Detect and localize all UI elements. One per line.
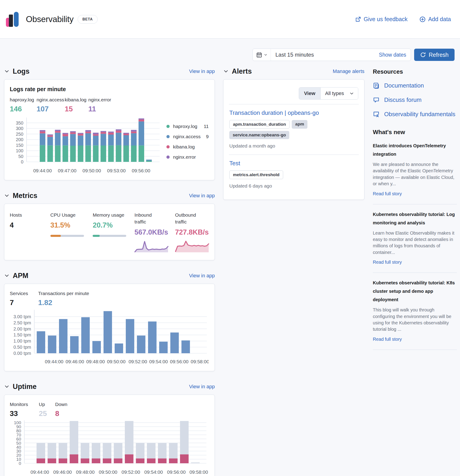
svg-text:70: 70 [16, 433, 21, 437]
date-quick-select-button[interactable] [253, 49, 271, 61]
svg-text:09:48:00: 09:48:00 [76, 469, 95, 475]
stat-outbound-traffic: Outbound traffic 727.8KB/s [175, 212, 209, 253]
news-item: Elastic introduces OpenTelemetry integra… [373, 142, 457, 204]
alert-list-item: Transaction duration | opbeans-go apm.tr… [229, 104, 359, 154]
uptime-panel: Monitors 33 Up 25 Down 8 010203040506070… [4, 395, 215, 476]
alerts-collapse-chevron-icon[interactable] [223, 69, 229, 74]
chevron-down-icon [264, 53, 267, 57]
svg-text:09:50:00: 09:50:00 [99, 469, 117, 475]
legend-item-haproxy[interactable]: haproxy.log 11 [166, 124, 209, 129]
svg-text:2.50 tpm: 2.50 tpm [13, 320, 31, 325]
legend-item-nginx-error[interactable]: nginx.error [166, 154, 209, 160]
page-title: Observability [26, 15, 74, 24]
alert-tag-badge: apm [292, 120, 307, 129]
plus-circle-icon [419, 16, 426, 23]
refresh-label: Refresh [429, 51, 449, 58]
uptime-section: Uptime View in app Monitors 33 Up 25 [4, 382, 215, 476]
stat-services: Services 7 [10, 291, 38, 307]
legend-item-nginx-access[interactable]: nginx.access 9 [166, 134, 209, 139]
svg-text:20: 20 [16, 453, 21, 458]
alert-type-badge: metrics.alert.threshold [229, 170, 283, 179]
svg-text:250: 250 [16, 132, 23, 137]
alerts-panel: View All types Transaction duration | op… [223, 79, 364, 200]
memory-progress-bar [93, 235, 126, 237]
news-title: Kubernetes observability tutorial: K8s c… [373, 279, 457, 304]
apm-collapse-chevron-icon[interactable] [4, 273, 9, 279]
logs-collapse-chevron-icon[interactable] [4, 69, 9, 74]
news-title: Elastic introduces OpenTelemetry integra… [373, 142, 457, 158]
apm-transactions-chart: 0.00 tpm0.50 tpm1.00 tpm1.50 tpm2.00 tpm… [10, 309, 209, 366]
date-range-value[interactable]: Last 15 minutes [271, 51, 379, 58]
uptime-view-in-app-link[interactable]: View in app [189, 384, 215, 390]
apm-section-title: APM [13, 272, 28, 280]
news-item: Kubernetes observability tutorial: Log m… [373, 210, 457, 273]
logs-section-title: Logs [13, 67, 30, 76]
alert-list-item: Test metrics.alert.threshold Updated 6 d… [229, 155, 359, 195]
stat-up: Up 25 [39, 402, 55, 418]
news-title: Kubernetes observability tutorial: Log m… [373, 210, 457, 227]
stat-kibana-log: kibana.log 15 [65, 97, 88, 113]
read-full-story-link[interactable]: Read full story [373, 260, 402, 265]
discuss-icon [373, 97, 380, 103]
uptime-collapse-chevron-icon[interactable] [4, 384, 9, 389]
beta-badge: BETA [78, 15, 98, 24]
svg-text:100: 100 [16, 148, 23, 153]
metrics-view-in-app-link[interactable]: View in app [189, 193, 215, 199]
svg-text:09:52:00: 09:52:00 [122, 469, 140, 475]
metrics-section-title: Metrics [13, 192, 37, 200]
svg-text:09:46:00: 09:46:00 [53, 469, 72, 475]
svg-text:09:48:00: 09:48:00 [86, 359, 105, 364]
training-icon-link[interactable]: Observability fundamentals [373, 111, 457, 118]
logs-view-in-app-link[interactable]: View in app [189, 68, 215, 74]
documentation-link[interactable]: Documentation [373, 82, 457, 89]
svg-text:09:56:00: 09:56:00 [170, 359, 189, 364]
stat-cpu-usage: CPU Usage 31.5% [50, 212, 93, 253]
svg-text:40: 40 [16, 445, 21, 449]
uptime-pings-chart: 010203040506070809010009:44:0009:46:0009… [10, 420, 209, 476]
alerts-section-title: Alerts [232, 67, 252, 76]
svg-text:50: 50 [18, 154, 23, 159]
alert-title-link[interactable]: Test [229, 160, 240, 167]
chevron-down-icon [349, 91, 354, 96]
cpu-progress-bar [50, 235, 84, 237]
legend-dot-icon [166, 125, 170, 128]
svg-text:10: 10 [16, 457, 21, 462]
svg-text:09:50:00: 09:50:00 [107, 359, 126, 364]
logs-rate-chart: 05010015020025030035009:44:0009:47:0009:… [10, 116, 161, 175]
manage-alerts-link[interactable]: Manage alerts [333, 68, 364, 74]
alert-type-badge: apm.transaction_duration [229, 120, 289, 129]
external-link-icon [355, 16, 361, 22]
news-excerpt: This blog will walk you through configur… [373, 307, 457, 332]
view-filter-select[interactable]: All types [320, 87, 358, 99]
alerts-section: Alerts Manage alerts View All types [223, 66, 364, 200]
logs-chart-legend: haproxy.log 11 nginx.access 9 kibana.log [166, 124, 209, 160]
metrics-collapse-chevron-icon[interactable] [4, 193, 9, 198]
svg-text:09:46:00: 09:46:00 [66, 359, 84, 364]
legend-item-kibana-log[interactable]: kibana.log [166, 144, 209, 150]
logs-panel: Logs rate per minute haproxy.log 146 ngi… [4, 79, 215, 180]
metrics-panel: Hosts 4 CPU Usage 31.5% Memory usage 20.… [4, 204, 215, 260]
svg-text:50: 50 [16, 441, 21, 445]
apm-view-in-app-link[interactable]: View in app [189, 273, 215, 279]
read-full-story-link[interactable]: Read full story [373, 191, 402, 196]
svg-text:09:53:00: 09:53:00 [107, 168, 126, 173]
apm-section: APM View in app Services 7 Transactions … [4, 271, 215, 371]
discuss-forum-link[interactable]: Discuss forum [373, 96, 457, 103]
refresh-button[interactable]: Refresh [414, 49, 455, 61]
svg-text:0.50 tpm: 0.50 tpm [13, 345, 31, 350]
show-dates-link[interactable]: Show dates [379, 52, 411, 58]
svg-text:1.50 tpm: 1.50 tpm [13, 332, 31, 337]
alert-title-link[interactable]: Transaction duration | opbeans-go [229, 109, 319, 116]
alert-updated-text: Updated 6 days ago [229, 183, 358, 189]
svg-text:09:50:00: 09:50:00 [82, 168, 101, 173]
svg-text:300: 300 [16, 126, 23, 131]
svg-text:09:44:00: 09:44:00 [33, 168, 52, 173]
read-full-story-link[interactable]: Read full story [373, 337, 402, 342]
legend-dot-icon [166, 145, 170, 148]
refresh-icon [420, 52, 426, 58]
stat-inbound-traffic: Inbound traffic 567.0KB/s [134, 212, 175, 253]
svg-text:60: 60 [16, 437, 21, 442]
add-data-link[interactable]: Add data [419, 16, 451, 23]
svg-text:3.00 tpm: 3.00 tpm [13, 314, 31, 319]
give-feedback-link[interactable]: Give us feedback [355, 16, 408, 23]
